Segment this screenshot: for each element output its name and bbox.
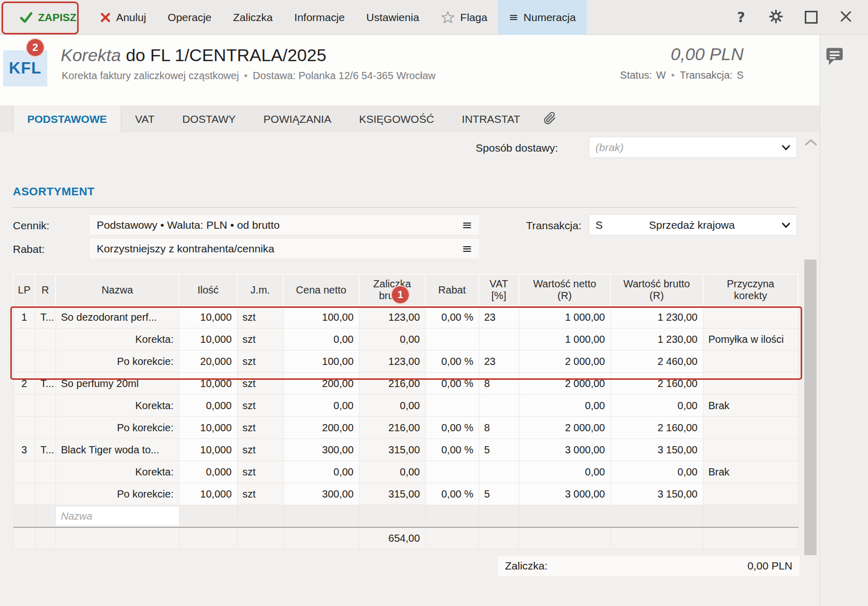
- cancel-button[interactable]: Anuluj: [89, 0, 157, 35]
- delivery-method-select[interactable]: (brak): [589, 137, 797, 158]
- transakcja-code: S: [595, 219, 603, 231]
- cell: [35, 483, 56, 505]
- new-item-name-input[interactable]: [56, 507, 179, 525]
- attachments-button[interactable]: [542, 105, 557, 133]
- table-row-korekta[interactable]: Korekta:0,000szt0,000,000,000,00Brak: [13, 395, 798, 417]
- title-doc-number: do FL 1/CENTRALA/2025: [126, 45, 327, 65]
- cell: 0,00: [519, 395, 610, 417]
- cennik-field[interactable]: Podstawowy • Waluta: PLN • od brutto ≡: [89, 214, 480, 235]
- comments-button[interactable]: [825, 45, 844, 67]
- col-ilosc[interactable]: Ilość: [179, 274, 237, 306]
- cell: 3 150,00: [610, 439, 703, 461]
- items-table: LP R Nazwa Ilość J.m. Cena netto Zaliczk…: [13, 273, 799, 549]
- cell: [237, 527, 283, 549]
- maximize-button[interactable]: [803, 10, 819, 25]
- dot-separator: •: [244, 70, 248, 81]
- cell: szt: [237, 483, 283, 505]
- settings-button[interactable]: [768, 10, 784, 25]
- cell: 0,00: [283, 328, 359, 351]
- cell: 1 230,00: [610, 328, 703, 351]
- cell: szt: [237, 417, 283, 439]
- close-button[interactable]: [838, 10, 854, 25]
- subtitle-kind: Korekta faktury zaliczkowej cząstkowej: [62, 70, 239, 81]
- scrollbar-up-button[interactable]: [803, 135, 819, 150]
- window-controls: ?: [733, 10, 854, 25]
- table-row-po-korekcie[interactable]: Po korekcie:10,000szt200,00216,000,00 %8…: [13, 417, 798, 439]
- tab-bar: PODSTAWOWE VAT DOSTAWY POWIĄZANIA KSIĘGO…: [0, 105, 820, 133]
- tab-dostawy[interactable]: DOSTAWY: [169, 105, 250, 133]
- cennik-menu-icon[interactable]: ≡: [462, 219, 472, 231]
- tab-intrastat[interactable]: INTRASTAT: [448, 105, 534, 133]
- section-divider: [13, 207, 797, 208]
- cell: [703, 351, 798, 373]
- cell: szt: [237, 439, 283, 461]
- table-row-korekta[interactable]: Korekta:0,000szt0,000,000,000,00Brak: [13, 461, 798, 483]
- tab-podstawowe[interactable]: PODSTAWOWE: [13, 105, 121, 133]
- cell: 2 000,00: [519, 351, 610, 373]
- table-row-korekta[interactable]: Korekta:10,000szt0,000,001 000,001 230,0…: [13, 328, 798, 351]
- col-wartosc-brutto[interactable]: Wartość brutto (R): [610, 274, 703, 306]
- col-vat[interactable]: VAT [%]: [479, 274, 519, 306]
- col-lp[interactable]: LP: [13, 274, 35, 306]
- transakcja-select[interactable]: S Sprzedaż krajowa: [589, 214, 797, 235]
- cell: [479, 461, 519, 483]
- col-przyczyna[interactable]: Przyczyna korekty: [703, 274, 798, 306]
- col-wartosc-netto[interactable]: Wartość netto (R): [519, 274, 610, 306]
- menu-ustawienia[interactable]: Ustawienia: [355, 0, 430, 35]
- rabat-menu-icon[interactable]: ≡: [462, 243, 472, 255]
- col-jm[interactable]: J.m.: [237, 274, 283, 306]
- document-subtitle: Korekta faktury zaliczkowej cząstkowej•D…: [62, 70, 436, 82]
- col-nazwa[interactable]: Nazwa: [56, 274, 179, 306]
- cell: szt: [237, 395, 283, 417]
- table-row[interactable]: 2T...So perfumy 20ml10,000szt200,00216,0…: [13, 373, 798, 395]
- cell: 2 000,00: [519, 417, 610, 439]
- document-type-badge: KFL: [3, 50, 47, 86]
- cell: 0,000: [179, 395, 237, 417]
- zaliczka-value: 0,00 PLN: [747, 560, 800, 572]
- paperclip-icon: [542, 111, 557, 127]
- cell: Po korekcie:: [56, 417, 179, 439]
- cell: 3 000,00: [519, 439, 610, 461]
- right-side-panel: [820, 35, 868, 606]
- transakcja-value: Sprzedaż krajowa: [649, 219, 735, 231]
- scrollbar-thumb[interactable]: [804, 260, 817, 555]
- table-row-po-korekcie[interactable]: Po korekcie:10,000szt300,00315,000,00 %5…: [13, 483, 798, 505]
- comment-icon: [825, 45, 844, 67]
- menu-informacje[interactable]: Informacje: [283, 0, 355, 35]
- numbering-button[interactable]: ≡ Numeracja: [498, 0, 587, 35]
- flag-button[interactable]: Flaga: [430, 0, 498, 35]
- menu-zaliczka[interactable]: Zaliczka: [222, 0, 283, 35]
- tab-ksiegowosc[interactable]: KSIĘGOWOŚĆ: [345, 105, 448, 133]
- tab-vat[interactable]: VAT: [121, 105, 169, 133]
- menu-operacje-label: Operacje: [168, 11, 211, 24]
- table-row[interactable]: 3T...Black Tiger woda to...10,000szt300,…: [13, 439, 798, 461]
- cell: [13, 527, 35, 549]
- col-rabat[interactable]: Rabat: [425, 274, 479, 306]
- rabat-field[interactable]: Korzystniejszy z kontrahenta/cennika ≡: [89, 238, 480, 259]
- table-row-new-item[interactable]: [13, 505, 798, 528]
- cell: [13, 395, 35, 417]
- numbering-button-label: Numeracja: [523, 11, 576, 24]
- cell: 300,00: [283, 483, 359, 505]
- chevron-up-icon: [804, 138, 818, 147]
- tab-powiazania[interactable]: POWIĄZANIA: [249, 105, 345, 133]
- col-r[interactable]: R: [35, 274, 56, 306]
- menu-operacje[interactable]: Operacje: [157, 0, 222, 35]
- gear-icon: [768, 9, 784, 26]
- cell: 0,00 %: [425, 439, 479, 461]
- table-row[interactable]: 1T...So dezodorant perf...10,000szt100,0…: [13, 306, 798, 328]
- cell: 0,00: [610, 461, 703, 483]
- annotation-badge-1: 1: [391, 285, 410, 304]
- cell: [179, 505, 237, 528]
- cell: 0,00: [610, 395, 703, 417]
- table-row-po-korekcie[interactable]: Po korekcie:20,000szt100,00123,000,00 %2…: [13, 351, 798, 373]
- cancel-x-icon: [100, 12, 111, 23]
- cell: T...: [35, 439, 56, 461]
- save-button[interactable]: ZAPISZ: [7, 0, 89, 35]
- col-cena-netto[interactable]: Cena netto: [283, 274, 359, 306]
- cell: [610, 527, 703, 549]
- cell: szt: [237, 461, 283, 483]
- help-button[interactable]: ?: [733, 10, 749, 25]
- cell: [479, 505, 519, 528]
- cell: [703, 373, 798, 395]
